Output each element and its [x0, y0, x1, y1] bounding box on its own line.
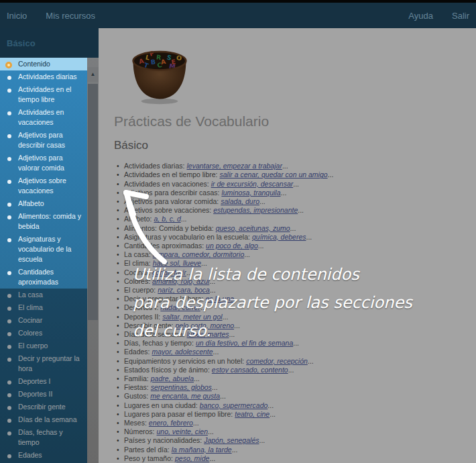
sidebar-item-asignaturas-y-vocabulario-de-la-escuela[interactable]: Asignaturas y vocabulario de la escuela	[0, 233, 87, 266]
vocab-links[interactable]: estoy cansado, contento	[212, 366, 288, 374]
vocab-links[interactable]: amarillo, rojo, azul	[152, 277, 209, 285]
nav-salir[interactable]: Salir	[452, 11, 469, 21]
sidebar-item-adjetivos-para-describir-casas[interactable]: Adjetivos para describir casas	[0, 129, 87, 152]
vocab-links[interactable]: banco, supermercado	[200, 401, 268, 409]
vocab-list-item-deportes-ii: •Deportes II:saltar, meter un gol...	[115, 313, 476, 321]
list-bullet-icon: •	[117, 454, 119, 463]
sidebar-item-colores[interactable]: Colores	[0, 327, 87, 340]
bullet-icon	[5, 62, 12, 68]
sidebar-item-adjetivos-sobre-vacaciones[interactable]: Adjetivos sobre vacaciones	[0, 174, 87, 197]
bullet-icon	[7, 307, 11, 311]
vocab-links[interactable]: saltar, meter un gol	[162, 313, 222, 321]
vocab-links[interactable]: enero, febrero	[149, 419, 193, 427]
sidebar-item-contenido[interactable]: Contenido	[0, 58, 87, 70]
list-bullet-icon: •	[117, 250, 119, 259]
vocab-links[interactable]: lunes, martes	[186, 330, 229, 338]
nav-ayuda[interactable]: Ayuda	[408, 11, 433, 21]
vocab-list-item-cantidades-aproximadas: •Cantidades aproximadas:un poco de, algo…	[115, 242, 476, 250]
vocab-links[interactable]: serpentinas, globos	[151, 383, 212, 391]
bullet-icon	[7, 294, 11, 298]
list-bullet-icon: •	[117, 330, 119, 339]
vocab-list-item-edades: •Edades:mayor, adolescente...	[115, 348, 476, 356]
vocab-list-item-cocinar: •Cocinar:cortar, freír...	[115, 268, 476, 277]
course-sidebar: Básico Contenido Actividades diarias Act…	[0, 28, 87, 463]
nav-left-group: Inicio Mis recursos	[7, 11, 114, 21]
scroll-up-arrow-icon[interactable]: ▲	[87, 67, 99, 82]
sidebar-item-actividades-en-vacaciones[interactable]: Actividades en vacaciones	[0, 106, 87, 129]
sidebar-item-la-casa[interactable]: La casa	[0, 289, 87, 301]
vocab-list-item-actividades-en-vacaciones: •Actividades en vacaciones:ir de excursi…	[115, 180, 476, 189]
vocab-links[interactable]: la mañana, la tarde	[172, 446, 232, 454]
nav-mis-recursos[interactable]: Mis recursos	[46, 11, 95, 21]
vocab-links[interactable]: es la una	[205, 295, 234, 303]
bullet-icon	[7, 345, 11, 349]
vocab-list-item-dias-fechas-y-tiempo: •Días, fechas y tiempo:un día festivo, e…	[115, 339, 476, 348]
sidebar-item-adjetivos-para-valorar-comida[interactable]: Adjetivos para valorar comida	[0, 152, 87, 174]
vocab-list-item-estados-fisicos-y-de-animo: •Estados físicos y de ánimo:estoy cansad…	[115, 366, 476, 374]
bullet-icon	[7, 431, 11, 435]
sidebar-item-actividades-en-el-tiempo-libre[interactable]: Actividades en el tiempo libre	[0, 83, 87, 106]
sidebar-item-edades[interactable]: Edades	[0, 449, 87, 462]
list-bullet-icon: •	[117, 446, 119, 454]
sidebar-item-el-cuerpo[interactable]: El cuerpo	[0, 340, 87, 352]
sidebar-item-cantidades-aproximadas[interactable]: Cantidades aproximadas	[0, 266, 87, 289]
main-content: ALBRASEOTCMP Prácticas de Vocabulario Bá…	[99, 28, 476, 463]
vocab-links[interactable]: un día festivo, el fin de semana	[196, 339, 293, 347]
vocab-links[interactable]: cortar, freír	[152, 268, 186, 276]
vocab-links[interactable]: a, b, c, d	[154, 215, 180, 223]
sidebar-item-alfabeto[interactable]: Alfabeto	[0, 197, 87, 210]
vocab-list-item-paises-y-nacionalidades: •Países y nacionalidades:Japón, senegalé…	[115, 436, 476, 445]
sidebar-item-describir-gente[interactable]: Describir gente	[0, 401, 87, 413]
vocab-links[interactable]: estupendas, impresionante	[213, 206, 298, 214]
list-bullet-icon: •	[117, 436, 119, 445]
sidebar-item-actividades-diarias[interactable]: Actividades diarias	[0, 70, 87, 83]
list-bullet-icon: •	[117, 295, 119, 303]
vocab-links[interactable]: hace sol, llueve	[153, 259, 201, 267]
vocab-list-item-actividades-diarias: •Actividades diarias:levantarse, empezar…	[115, 162, 476, 170]
vocab-links[interactable]: comedor, recepción	[246, 357, 308, 365]
sidebar-item-decir-y-preguntar-la-hora[interactable]: Decir y preguntar la hora	[0, 352, 87, 375]
scrollbar-thumb[interactable]	[88, 84, 98, 320]
sidebar-item-deportes-i[interactable]: Deportes I	[0, 375, 87, 388]
list-bullet-icon: •	[117, 215, 119, 223]
vocab-links[interactable]: queso, aceitunas, zumo	[216, 224, 290, 232]
sidebar-item-cocinar[interactable]: Cocinar	[0, 314, 87, 327]
top-navigation-bar: Inicio Mis recursos Ayuda Salir	[0, 3, 476, 28]
vocab-links[interactable]: uno, veinte, cien	[157, 427, 208, 435]
vocab-links[interactable]: luminosa, tranquila	[221, 189, 280, 197]
letters-bowl-image: ALBRASEOTCMP	[131, 40, 188, 105]
vocab-links[interactable]: salada, duro	[221, 197, 259, 205]
vocab-links[interactable]: Japón, senegalés	[204, 436, 259, 444]
vocab-links[interactable]: un poco de, algo	[206, 242, 258, 250]
vocab-links[interactable]: nariz, cara, boca	[158, 286, 210, 294]
vocab-links[interactable]: pelo corto, moreno	[176, 321, 235, 329]
vocab-links[interactable]: levantarse, empezar a trabajar	[186, 162, 282, 170]
vocab-links[interactable]: teatro, cine	[235, 410, 270, 418]
bullet-icon	[7, 111, 11, 115]
sidebar-item-el-clima[interactable]: El clima	[0, 301, 87, 314]
vocab-links[interactable]: lámpara, comedor, dormitorio	[153, 250, 245, 258]
vocab-links[interactable]: salir a cenar, quedar con un amigo	[220, 170, 328, 178]
vocab-links[interactable]: ir de excursión, descansar	[211, 180, 294, 188]
sidebar-item-dias-de-la-semana[interactable]: Días de la semana	[0, 413, 87, 426]
sidebar-item-deportes-ii[interactable]: Deportes II	[0, 388, 87, 401]
vocab-links[interactable]: nadar, correr	[160, 303, 200, 311]
svg-text:B: B	[150, 58, 156, 66]
vocab-links[interactable]: química, deberes	[252, 233, 306, 241]
list-bullet-icon: •	[117, 383, 119, 392]
vocab-list-item-adjetivos-para-valorar-comida: •Adjetivos para valorar comida:salada, d…	[115, 197, 476, 206]
vocab-links[interactable]: peso, mide	[175, 454, 209, 462]
vocab-links[interactable]: padre, abuela	[151, 374, 194, 382]
bullet-icon	[7, 215, 11, 219]
vocab-list-item-familia: •Familia:padre, abuela...	[115, 374, 476, 383]
vocab-links[interactable]: mayor, adolescente	[152, 348, 213, 356]
vocab-list-item-el-clima: •El clima:hace sol, llueve...	[115, 259, 476, 268]
sidebar-item-alimentos-comida-y-bebida[interactable]: Alimentos: comida y bebida	[0, 210, 87, 233]
vocab-list-item-fiestas: •Fiestas:serpentinas, globos...	[115, 383, 476, 392]
vocab-list-item-la-casa: •La casa:lámpara, comedor, dormitorio...	[115, 250, 476, 259]
sidebar-item-dias-fechas-y-tiempo[interactable]: Días, fechas y tiempo	[0, 426, 87, 449]
vocab-links[interactable]: me encanta, me gusta	[150, 392, 220, 400]
sidebar-scrollbar[interactable]: ▲	[87, 28, 99, 463]
nav-inicio[interactable]: Inicio	[7, 11, 27, 21]
vocab-list-item-partes-del-dia: •Partes del día:la mañana, la tarde...	[115, 446, 476, 454]
